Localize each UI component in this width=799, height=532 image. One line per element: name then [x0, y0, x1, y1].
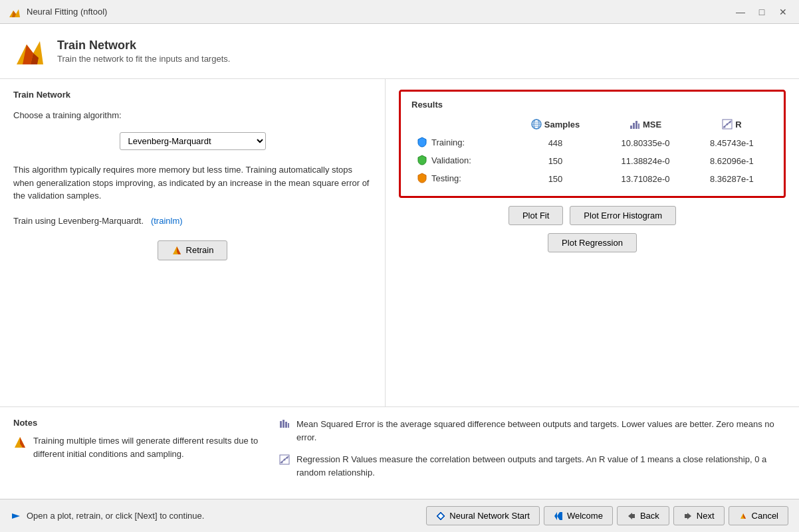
svg-point-18	[724, 126, 726, 128]
svg-rect-15	[638, 124, 639, 129]
close-button[interactable]: ✕	[775, 4, 791, 20]
row-r-0: 8.45743e-1	[691, 134, 773, 152]
svg-marker-38	[628, 513, 632, 519]
svg-marker-36	[557, 512, 560, 520]
results-box: Results	[399, 90, 786, 198]
body-area: Train Network Choose a training algorith…	[0, 79, 799, 406]
page-subtitle: Train the network to fit the inputs and …	[57, 54, 230, 64]
minimize-button[interactable]: —	[733, 4, 748, 20]
header: Train Network Train the network to fit t…	[0, 24, 799, 79]
hint-arrow-icon	[11, 511, 21, 521]
col-empty	[411, 116, 511, 134]
bottom-hint: Open a plot, retrain, or click [Next] to…	[11, 511, 426, 521]
neural-network-start-label: Neural Network Start	[449, 511, 530, 521]
header-icon	[13, 35, 47, 68]
row-mse-2: 13.71082e-0	[600, 170, 690, 188]
svg-rect-23	[280, 421, 282, 428]
svg-rect-14	[635, 121, 637, 129]
r-icon	[722, 119, 733, 130]
svg-rect-39	[632, 514, 635, 518]
svg-rect-25	[285, 422, 287, 428]
table-row: Validation: 150 11.38824e-0 8.62096e-1	[411, 152, 773, 170]
notes-label: Notes	[13, 418, 266, 428]
note-item-training: Training multiple times will generate di…	[13, 434, 266, 460]
row-label-1: Validation:	[411, 152, 511, 170]
row-samples-1: 150	[511, 152, 601, 170]
col-samples-header: Samples	[511, 116, 601, 134]
svg-rect-41	[685, 514, 687, 518]
neural-network-start-icon	[436, 511, 445, 521]
notes-section: Notes Training multiple times will gener…	[0, 406, 799, 499]
train-network-label: Train Network	[13, 90, 372, 100]
algorithm-dropdown[interactable]: Levenberg-MarquardtBayesian Regularizati…	[120, 132, 266, 150]
neural-network-start-button[interactable]: Neural Network Start	[426, 506, 540, 525]
testing-shield-icon	[417, 173, 427, 183]
notes-right: Mean Squared Error is the average square…	[279, 418, 786, 488]
plot-buttons-row1: Plot Fit Plot Error Histogram	[399, 206, 786, 225]
welcome-icon	[554, 511, 563, 521]
window-controls: — □ ✕	[733, 4, 791, 20]
results-table: Samples	[411, 116, 773, 188]
welcome-button[interactable]: Welcome	[544, 506, 613, 525]
back-button[interactable]: Back	[617, 506, 669, 525]
svg-rect-37	[560, 512, 562, 520]
maximize-button[interactable]: □	[754, 4, 770, 20]
svg-marker-32	[12, 513, 20, 519]
svg-rect-26	[288, 423, 289, 428]
row-r-1: 8.62096e-1	[691, 152, 773, 170]
row-label-0: Training:	[411, 134, 511, 152]
retrain-icon	[171, 245, 182, 256]
next-label: Next	[697, 511, 715, 521]
back-label: Back	[640, 511, 659, 521]
svg-point-30	[284, 459, 286, 461]
plot-regression-button[interactable]: Plot Regression	[548, 233, 637, 252]
window-title: Neural Fitting (nftool)	[27, 7, 733, 17]
table-row: Training: 448 10.80335e-0 8.45743e-1	[411, 134, 773, 152]
matlab-icon	[8, 5, 21, 19]
col-mse-header: MSE	[600, 116, 690, 134]
hint-text: Open a plot, retrain, or click [Next] to…	[27, 511, 204, 521]
note-mse-text: Mean Squared Error is the average square…	[296, 418, 786, 444]
right-panel: Results	[386, 79, 799, 406]
trainlm-line: Train using Levenberg-Marquardt. (trainl…	[13, 216, 372, 226]
retrain-button[interactable]: Retrain	[158, 240, 228, 260]
row-mse-1: 11.38824e-0	[600, 152, 690, 170]
svg-rect-12	[630, 126, 632, 129]
svg-point-31	[286, 457, 288, 459]
row-r-2: 8.36287e-1	[691, 170, 773, 188]
welcome-label: Welcome	[567, 511, 603, 521]
training-shield-icon	[417, 137, 427, 147]
left-panel: Train Network Choose a training algorith…	[0, 79, 386, 406]
note-mse: Mean Squared Error is the average square…	[279, 418, 786, 444]
plot-fit-button[interactable]: Plot Fit	[509, 206, 563, 225]
note-mse-icon	[279, 419, 290, 432]
plot-error-histogram-button[interactable]: Plot Error Histogram	[570, 206, 676, 225]
titlebar: Neural Fitting (nftool) — □ ✕	[0, 0, 799, 24]
svg-point-19	[727, 124, 729, 126]
trainlm-link[interactable]: (trainlm)	[151, 216, 183, 226]
page-title: Train Network	[57, 39, 230, 52]
back-icon	[627, 511, 636, 521]
svg-marker-40	[687, 513, 691, 519]
choose-algo-label: Choose a training algorithm:	[13, 110, 372, 120]
row-mse-0: 10.80335e-0	[600, 134, 690, 152]
algorithm-dropdown-wrapper: Levenberg-MarquardtBayesian Regularizati…	[13, 132, 372, 150]
cancel-button[interactable]: Cancel	[729, 506, 788, 525]
algorithm-description: This algorithm typically requires more m…	[13, 163, 372, 203]
svg-point-29	[281, 462, 283, 464]
cancel-icon	[739, 511, 748, 521]
svg-marker-35	[554, 512, 557, 520]
next-button[interactable]: Next	[673, 506, 725, 525]
validation-shield-icon	[417, 155, 427, 165]
trainlm-text: Train using Levenberg-Marquardt.	[13, 216, 144, 226]
row-label-2: Testing:	[411, 170, 511, 188]
table-row: Testing: 150 13.71082e-0 8.36287e-1	[411, 170, 773, 188]
svg-rect-13	[633, 123, 635, 129]
col-r-header: R	[691, 116, 773, 134]
notes-left: Notes Training multiple times will gener…	[13, 418, 266, 488]
cancel-label: Cancel	[752, 511, 778, 521]
svg-rect-24	[283, 420, 285, 428]
bottom-nav-buttons: Neural Network Start Welcome Back Next	[426, 506, 788, 525]
note-training-text: Training multiple times will generate di…	[33, 434, 266, 460]
next-icon	[683, 511, 693, 521]
